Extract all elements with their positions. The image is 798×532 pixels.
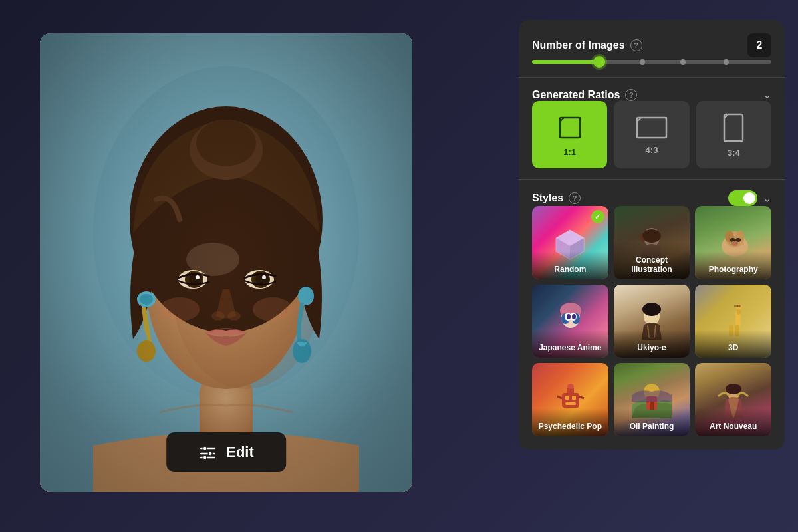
style-oil-label: Oil Painting [614,408,690,436]
images-slider-fill [532,60,599,64]
styles-chevron-icon: ⌄ [763,192,771,205]
ratios-label: Generated Ratios [532,89,620,101]
ratio-card-4x3[interactable]: 4:3 [614,101,689,168]
style-card-random[interactable]: ✓ Random [532,206,608,279]
styles-label: Styles [532,192,563,204]
styles-section-header: Styles ? ⌄ [532,190,771,206]
slider-tick-4 [724,59,729,65]
style-card-oil-painting[interactable]: Oil Painting [614,363,690,436]
style-card-concept-illustration[interactable]: Concept Illustration [614,206,690,279]
styles-section-title: Styles ? [532,192,581,204]
style-random-label: Random [532,251,608,279]
images-slider-thumb[interactable] [593,56,605,68]
svg-point-93 [567,384,574,389]
sliders-icon [198,443,217,462]
ratio-grid: 1:1 4:3 [532,101,771,168]
images-label: Number of Images [532,39,625,51]
portrait-image [40,33,412,492]
styles-toggle-container: ⌄ [728,190,771,206]
images-help-icon[interactable]: ? [630,39,642,51]
style-ukiyo-label: Ukiyo-e [614,330,690,358]
images-count-badge: 2 [747,33,771,57]
portrait-svg [40,33,412,492]
svg-line-94 [557,396,562,398]
ratio-card-1x1[interactable]: 1:1 [532,101,607,168]
edit-label: Edit [226,444,254,461]
svg-rect-88 [562,393,579,408]
generated-ratios-section: Generated Ratios ? ⌄ [532,88,771,168]
generated-image-frame [40,33,412,492]
svg-point-63 [642,229,661,243]
number-of-images-section: Number of Images ? 2 [532,33,771,66]
svg-rect-34 [560,118,580,138]
svg-point-80 [642,303,661,316]
style-nouveau-label: Art Nouveau [695,408,771,436]
image-area: Edit [40,33,412,492]
ratios-section-title: Generated Ratios ? [532,89,637,101]
divider-1 [519,77,785,78]
svg-rect-27 [40,33,412,492]
style-concept-label: Concept Illustration [614,242,690,279]
ratio-label-3x4: 3:4 [728,148,740,158]
ratio-frame-square-icon [555,112,585,143]
images-slider-container[interactable] [532,57,771,66]
right-panel: Number of Images ? 2 Generated [519,20,785,450]
svg-point-29 [203,446,207,450]
style-anime-label: Japanese Anime [532,330,608,358]
style-card-japanese-anime[interactable]: Japanese Anime [532,285,608,358]
style-psychedelic-label: Psychedelic Pop [532,408,608,436]
svg-point-33 [203,456,207,460]
svg-rect-42 [637,118,666,138]
style-3d-label: 3D [695,330,771,358]
style-card-psychedelic-pop[interactable]: Psychedelic Pop [532,363,608,436]
svg-rect-50 [724,114,743,141]
ratios-chevron-icon: ⌄ [763,88,771,101]
divider-2 [519,179,785,180]
style-card-art-nouveau[interactable]: Art Nouveau [695,363,771,436]
style-photography-label: Photography [695,251,771,279]
style-card-ukiyo-e[interactable]: Ukiyo-e [614,285,690,358]
slider-tick-2 [640,59,645,65]
ratio-frame-portrait-icon [722,112,745,144]
svg-point-31 [208,452,212,456]
styles-help-icon[interactable]: ? [569,192,581,204]
images-slider-track [532,60,771,64]
main-container: Edit Number of Images ? 2 [0,0,798,532]
style-random-check: ✓ [591,210,604,223]
svg-point-78 [572,314,576,319]
svg-point-70 [732,241,738,246]
images-section-header: Number of Images ? 2 [532,33,771,57]
edit-button[interactable]: Edit [166,432,286,472]
svg-rect-89 [565,396,569,400]
svg-line-95 [579,396,584,398]
styles-toggle[interactable] [728,190,757,206]
ratio-label-4x3: 4:3 [646,145,658,155]
style-card-3d[interactable]: 3D [695,285,771,358]
svg-point-77 [567,314,571,319]
style-card-photography[interactable]: Photography [695,206,771,279]
ratio-card-3x4[interactable]: 3:4 [696,101,771,168]
ratios-help-icon[interactable]: ? [625,89,637,101]
styles-grid: ✓ Random Concept Illustration [532,206,771,436]
svg-rect-91 [565,402,576,405]
ratio-frame-landscape-icon [634,114,669,141]
ratio-label-1x1: 1:1 [563,147,576,157]
ratios-section-header[interactable]: Generated Ratios ? ⌄ [532,88,771,101]
svg-point-101 [726,384,741,394]
svg-rect-90 [572,396,576,400]
images-section-title: Number of Images ? [532,39,642,51]
slider-tick-3 [680,59,686,65]
styles-section: Styles ? ⌄ [532,190,771,436]
svg-point-87 [734,305,738,307]
